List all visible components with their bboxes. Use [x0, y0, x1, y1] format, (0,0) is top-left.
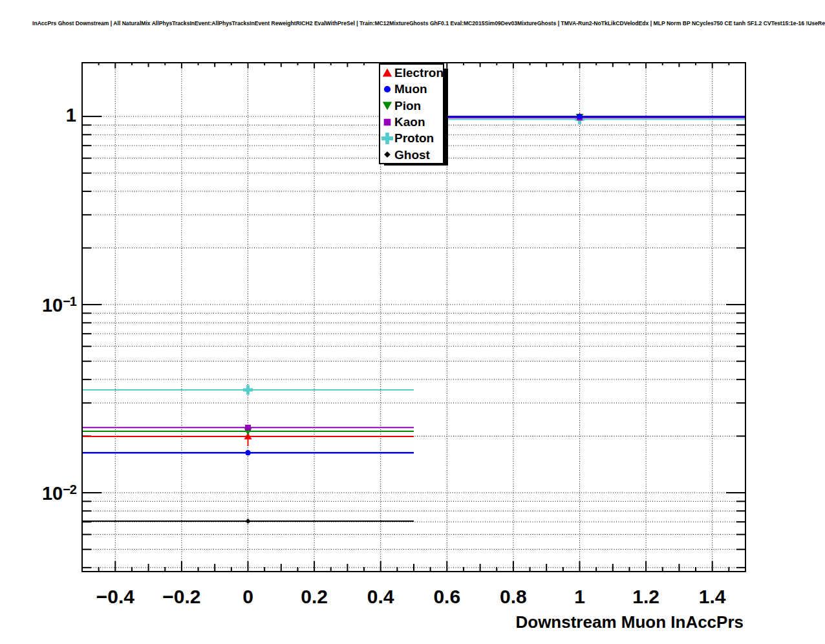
y-tick-base: 1 — [66, 105, 76, 125]
y-tick-exponent: −2 — [63, 482, 76, 497]
diamond-icon — [380, 147, 394, 162]
legend-entry-pion: Pion — [380, 98, 443, 114]
legend-label: Electron — [394, 67, 444, 79]
x-tick-label: 1.4 — [674, 586, 751, 608]
marker-triangle-down — [383, 102, 392, 111]
legend-label: Pion — [394, 100, 421, 112]
legend-label: Kaon — [394, 116, 425, 128]
marker-diamond — [384, 151, 391, 158]
cross-icon — [380, 131, 394, 146]
marker-cross — [381, 133, 393, 144]
y-tick-base: 10 — [42, 483, 63, 504]
y-tick-label: 10−2 — [0, 481, 76, 504]
legend-label: Ghost — [394, 149, 430, 161]
marker-cross — [243, 385, 253, 395]
square-icon — [380, 114, 394, 130]
circle-icon — [380, 81, 394, 97]
plot-canvas: InAccPrs Ghost Downstream | All NaturalM… — [0, 0, 825, 644]
legend-entry-proton: Proton — [380, 130, 443, 146]
legend-label: Proton — [394, 132, 434, 144]
marker-circle — [245, 450, 251, 456]
legend-label: Muon — [394, 83, 427, 95]
marker-diamond — [245, 519, 250, 524]
triangle-up-icon — [380, 65, 394, 81]
y-tick-exponent: −1 — [63, 294, 76, 308]
marker-square — [384, 118, 391, 125]
y-tick-label: 10−1 — [0, 293, 76, 316]
legend-entry-muon: Muon — [380, 81, 443, 97]
legend-entry-kaon: Kaon — [380, 114, 443, 130]
legend: ElectronMuonPionKaonProtonGhost — [379, 63, 444, 164]
legend-entry-electron: Electron — [380, 65, 443, 81]
x-axis-title: Downstream Muon InAccPrs — [515, 612, 744, 632]
marker-triangle-up — [383, 68, 392, 76]
y-tick-base: 10 — [42, 295, 63, 316]
legend-entry-ghost: Ghost — [380, 147, 443, 163]
marker-circle — [577, 114, 583, 120]
triangle-down-icon — [380, 98, 394, 113]
marker-circle — [384, 86, 391, 92]
marker-square — [245, 425, 251, 431]
y-tick-label: 1 — [0, 105, 76, 126]
